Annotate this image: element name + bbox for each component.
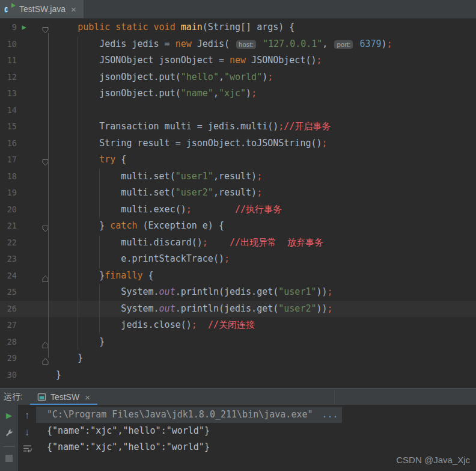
close-icon[interactable]: × [71, 4, 76, 14]
editor-tab-bar: C TestSW.java × [0, 0, 476, 19]
code-text[interactable]: multi.exec(); //执行事务 [53, 202, 282, 218]
code-text[interactable]: multi.discard(); //出现异常 放弃事务 [53, 235, 323, 251]
code-line: 11 JSONObject jsonObject = new JSONObjec… [0, 52, 476, 69]
line-number: 30 [0, 367, 17, 384]
line-number: 19 [0, 185, 17, 202]
line-number: 15 [0, 119, 17, 135]
line-number: 10 [0, 36, 17, 53]
ide-window: C TestSW.java × 9▶ public static void ma… [0, 0, 476, 471]
line-number: 26 [0, 301, 17, 318]
editor-tab-testsw-java[interactable]: C TestSW.java × [0, 0, 84, 18]
line-number: 14 [0, 102, 17, 119]
code-line: 13 jsonObject.put("name","xjc"); [0, 85, 476, 102]
code-text[interactable]: } [53, 367, 61, 384]
code-line: 21 } catch (Exception e) { [0, 218, 476, 235]
code-text[interactable]: } catch (Exception e) { [53, 218, 224, 235]
code-text[interactable]: multi.set("user1",result); [53, 168, 262, 185]
console-output-line: {"name":"xjc","hello":"world"} [36, 439, 476, 455]
code-text[interactable]: System.out.println(jedis.get("user2")); [53, 301, 333, 318]
code-line: 23 e.printStackTrace(); [0, 251, 476, 268]
rerun-button[interactable]: ▶ [6, 411, 12, 420]
code-line: 26 System.out.println(jedis.get("user2")… [0, 301, 476, 318]
line-number: 18 [0, 168, 17, 185]
code-lines: 9▶ public static void main(String[] args… [0, 19, 476, 383]
line-number: 12 [0, 69, 17, 86]
line-number: 21 [0, 218, 17, 235]
fold-region-line [48, 33, 49, 358]
indent-guide [99, 169, 100, 218]
code-text[interactable]: jsonObject.put("hello","world"); [53, 69, 273, 86]
code-text[interactable]: try { [53, 152, 126, 168]
run-tab-testsw[interactable]: TestSW × [30, 389, 97, 405]
console-output-area[interactable]: "C:\Program Files\Java\jdk1.8.0_211\bin\… [36, 407, 476, 455]
code-text[interactable]: JSONObject jsonObject = new JSONObject()… [53, 52, 322, 69]
up-stack-trace-button[interactable]: ↑ [25, 410, 30, 422]
line-number: 20 [0, 202, 17, 218]
code-text[interactable]: } [53, 334, 105, 351]
code-line: 24 }finally { [0, 268, 476, 285]
code-line: 25 System.out.println(jedis.get("user1")… [0, 284, 476, 301]
code-text[interactable]: Jedis jedis = new Jedis( host: "127.0.0.… [53, 36, 392, 53]
code-line: 15 Transaction multi = jedis.multi();//开… [0, 119, 476, 135]
code-line: 19 multi.set("user2",result); [0, 185, 476, 202]
line-number: 24 [0, 268, 17, 285]
code-line: 27 jedis.close(); //关闭连接 [0, 317, 476, 334]
line-number: 11 [0, 52, 17, 69]
code-line: 16 String result = jsonObject.toJSONStri… [0, 135, 476, 152]
code-line: 18 multi.set("user1",result); [0, 168, 476, 185]
soft-wrap-button[interactable] [22, 443, 32, 454]
line-number: 17 [0, 152, 17, 168]
run-label: 运行: [0, 392, 30, 402]
toolbar-divider [3, 446, 15, 447]
run-main-gutter-icon[interactable]: ▶ [22, 19, 26, 36]
header-divider [334, 390, 335, 405]
line-number: 23 [0, 251, 17, 268]
code-line: 10 Jedis jedis = new Jedis( host: "127.0… [0, 36, 476, 53]
line-number: 29 [0, 350, 17, 367]
code-text[interactable]: }finally { [53, 268, 154, 285]
console-toolbar: ↑ ↓ [19, 405, 35, 471]
code-text[interactable]: jedis.close(); //关闭连接 [53, 317, 255, 334]
console-command-line: "C:\Program Files\Java\jdk1.8.0_211\bin\… [36, 407, 476, 423]
parameter-hint-chip: port: [334, 40, 353, 49]
code-text[interactable]: jsonObject.put("name","xjc"); [53, 85, 257, 102]
code-text[interactable]: Transaction multi = jedis.multi();//开启事务 [53, 119, 331, 135]
code-line: 12 jsonObject.put("hello","world"); [0, 69, 476, 86]
code-line: 20 multi.exec(); //执行事务 [0, 202, 476, 218]
code-line: 9▶ public static void main(String[] args… [0, 19, 476, 36]
line-number: 9 [0, 19, 17, 36]
stop-button[interactable] [5, 455, 13, 462]
indent-guide [78, 37, 78, 350]
run-console: ▶ ↑ ↓ "C:\Program Files\Java\jdk1.8.0_21 [0, 405, 476, 471]
code-line: 30} [0, 367, 476, 384]
expand-command-link[interactable]: ... [322, 409, 338, 420]
close-icon[interactable]: × [85, 392, 90, 402]
code-text[interactable]: String result = jsonObject.toJSONString(… [53, 135, 328, 152]
indent-guide [99, 235, 100, 268]
code-text[interactable]: } [53, 350, 83, 367]
code-text[interactable]: System.out.println(jedis.get("user1")); [53, 284, 333, 301]
csdn-watermark: CSDN @Java_Xjc [396, 455, 470, 465]
console-output-line: {"name":"xjc","hello":"world"} [36, 423, 476, 439]
console-output-lines: {"name":"xjc","hello":"world"}{"name":"x… [36, 423, 476, 455]
wrench-settings-button[interactable] [4, 429, 14, 439]
console-icon [37, 393, 46, 401]
code-line: 28 } [0, 334, 476, 351]
code-line: 17 try { [0, 152, 476, 168]
run-tab-title: TestSW [50, 392, 79, 402]
line-number: 16 [0, 135, 17, 152]
line-number: 22 [0, 235, 17, 251]
code-line: 29 } [0, 350, 476, 367]
fold-open-icon[interactable] [41, 23, 49, 31]
code-text[interactable]: multi.set("user2",result); [53, 185, 262, 202]
code-line: 22 multi.discard(); //出现异常 放弃事务 [0, 235, 476, 251]
line-number: 25 [0, 284, 17, 301]
code-text[interactable]: e.printStackTrace(); [53, 251, 230, 268]
indent-guide [99, 285, 100, 334]
run-panel-header: 运行: TestSW × [0, 388, 476, 405]
code-text[interactable] [53, 102, 56, 119]
code-text[interactable]: public static void main(String[] args) { [53, 19, 294, 36]
down-stack-trace-button[interactable]: ↓ [25, 426, 30, 439]
parameter-hint-chip: host: [236, 40, 256, 49]
editor-tab-title: TestSW.java [19, 4, 66, 14]
